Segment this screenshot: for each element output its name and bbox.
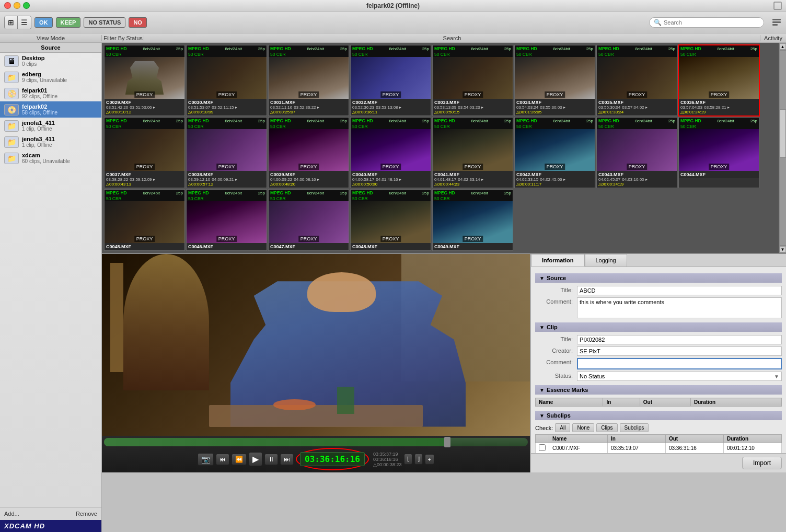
pause-button[interactable]: ⏸: [264, 454, 278, 465]
search-input[interactable]: [664, 19, 759, 26]
forward-to-end-button[interactable]: ⏭: [280, 454, 294, 465]
clip-thumb-c0044[interactable]: MPEG HD8ch/24bit25p 50 CBR PROXY C0044.M…: [678, 117, 759, 188]
clip-comment-field[interactable]: [577, 358, 782, 369]
clip-thumb-c0031[interactable]: MPEG HD8ch/24bit25p 50 CBR PROXY C0031.M…: [268, 45, 349, 116]
source-comment-field[interactable]: this is where you write comments: [577, 297, 782, 318]
remove-source-button[interactable]: Remove: [76, 511, 97, 517]
sidebar-item-sub: 92 clips, Offline: [22, 94, 57, 99]
play-button[interactable]: ▶: [249, 452, 262, 466]
subclips-section-header[interactable]: ▼ Subclips: [535, 411, 782, 420]
sidebar-item-name: felpark02: [22, 103, 57, 110]
subclip-check-input[interactable]: [539, 444, 546, 451]
list-view-button[interactable]: ☰: [18, 16, 31, 29]
clip-creator-label: Creator:: [535, 346, 577, 354]
filter-keep-button[interactable]: KEEP: [56, 17, 81, 28]
source-title-field[interactable]: ABCD: [577, 286, 782, 295]
filter-nostatus-button[interactable]: NO STATUS: [84, 17, 125, 28]
clip-thumb-c0047[interactable]: MPEG HD8ch/24bit25p 50 CBR PROXY C0047.M…: [268, 189, 349, 251]
desktop-icon: 🖥: [4, 55, 19, 67]
source-title-row: Title: ABCD: [535, 286, 782, 295]
video-frame: [102, 254, 530, 436]
subclip-checkbox-c0007[interactable]: [536, 443, 549, 454]
clip-thumb-c0035[interactable]: MPEG HD8ch/24bit25p 50 CBR PROXY C0035.M…: [596, 45, 677, 116]
activity-panel-toggle[interactable]: [771, 17, 782, 28]
clip-start: 03:51:42:20: [106, 105, 128, 110]
clip-grid-wrapper: MPEG HD 8ch/24bit 25p 50 CBR PROXY C0029…: [102, 43, 786, 253]
toolbar: ⊞ ☰ OK KEEP NO STATUS NO 🔍: [0, 11, 786, 33]
sidebar-item-edberg[interactable]: 📁 edberg 9 clips, Unavailable: [0, 69, 101, 85]
clip-section-header[interactable]: ▼ Clip: [535, 322, 782, 332]
rewind-to-start-button[interactable]: ⏮: [216, 454, 229, 465]
clip-status-select[interactable]: No Status ▼: [577, 372, 782, 381]
titlebar: felpark02 (Offline): [0, 0, 786, 11]
info-tabs: Information Logging: [531, 254, 786, 267]
sidebar-item-felpark01[interactable]: 📀 felpark01 92 clips, Offline: [0, 85, 101, 101]
resize-icon[interactable]: [773, 2, 782, 10]
window-controls[interactable]: [4, 2, 30, 9]
clip-title-field[interactable]: PIX02082: [577, 335, 782, 344]
mark-in-button[interactable]: ⌊: [404, 454, 412, 465]
sidebar-item-desktop[interactable]: 🖥 Desktop 0 clips: [0, 53, 101, 69]
source-section-header[interactable]: ▼ Source: [535, 273, 782, 283]
sidebar-item-jenofa3[interactable]: 📁 jenofa3_411 1 clip, Offline: [0, 134, 101, 150]
maximize-button[interactable]: [23, 2, 30, 9]
mark-out-button[interactable]: ⌋: [414, 454, 423, 465]
essence-marks-section-header[interactable]: ▼ Essence Marks: [535, 385, 782, 395]
clip-thumb-c0038[interactable]: MPEG HD8ch/24bit25p 50 CBR PROXY C0038.M…: [186, 117, 267, 188]
sidebar-item-text: jenofa3_411 1 clip, Offline: [22, 136, 55, 148]
grid-view-button[interactable]: ⊞: [5, 16, 18, 29]
clip-thumb-c0034[interactable]: MPEG HD8ch/24bit25p 50 CBR PROXY C0034.M…: [514, 45, 595, 116]
subclips-none-button[interactable]: None: [572, 423, 594, 432]
import-button[interactable]: Import: [742, 457, 782, 469]
grid-scrollbar[interactable]: ▲ ▼: [779, 43, 786, 253]
sidebar-item-xdcam[interactable]: 📁 xdcam 60 clips, Unavailable: [0, 150, 101, 166]
clip-thumb-c0029[interactable]: MPEG HD 8ch/24bit 25p 50 CBR PROXY C0029…: [104, 45, 185, 116]
sidebar-item-jenofa1[interactable]: 📁 jenofa1_411 1 clip, Offline: [0, 118, 101, 134]
tab-logging[interactable]: Logging: [585, 254, 627, 267]
xdcam-icon: 📁: [4, 153, 19, 164]
clip-thumb-c0042[interactable]: MPEG HD8ch/24bit25p 50 CBR PROXY C0042.M…: [514, 117, 595, 188]
rewind-button[interactable]: ⏪: [232, 454, 247, 465]
subclips-subclips-button[interactable]: Subclips: [620, 423, 649, 432]
clip-thumb-c0043[interactable]: MPEG HD8ch/24bit25p 50 CBR PROXY C0043.M…: [596, 117, 677, 188]
clip-thumb-c0046[interactable]: MPEG HD8ch/24bit25p 50 CBR PROXY C0046.M…: [186, 189, 267, 251]
clip-thumb-c0039[interactable]: MPEG HD8ch/24bit25p 50 CBR PROXY C0039.M…: [268, 117, 349, 188]
subclip-row-c0007[interactable]: C0007.MXF 03:35:19:07 03:36:31:16 00:01:…: [536, 443, 782, 454]
clip-creator-field[interactable]: SE PixT: [577, 346, 782, 356]
search-column-label: Search: [144, 35, 760, 41]
clip-times: 03:51:42:20 03:51:53:06 ▸: [106, 105, 183, 110]
subclips-all-button[interactable]: All: [555, 423, 570, 432]
sidebar-item-name: jenofa1_411: [22, 120, 55, 126]
close-button[interactable]: [4, 2, 11, 9]
add-subclip-button[interactable]: +: [425, 454, 434, 465]
tab-information[interactable]: Information: [531, 254, 585, 267]
column-labels: View Mode Filter By Status Search Activi…: [0, 33, 786, 43]
filter-ok-button[interactable]: OK: [34, 17, 53, 28]
clip-thumb-c0036[interactable]: MPEG HD8ch/24bit25p 50 CBR PROXY C0036.M…: [678, 45, 759, 116]
window-title: felpark02 (Offline): [366, 2, 420, 9]
clip-thumb-c0048[interactable]: MPEG HD8ch/24bit25p 50 CBR PROXY C0048.M…: [350, 189, 431, 251]
clip-comment-row: Comment:: [535, 358, 782, 369]
clip-thumb-c0041[interactable]: MPEG HD8ch/24bit25p 50 CBR PROXY C0041.M…: [432, 117, 513, 188]
scrubber-handle[interactable]: [444, 437, 450, 447]
scrubber-track[interactable]: [104, 438, 528, 446]
clip-thumb-c0032[interactable]: MPEG HD8ch/24bit25p 50 CBR PROXY C0032.M…: [350, 45, 431, 116]
filter-no-button[interactable]: NO: [129, 17, 147, 28]
sidebar-item-felpark02[interactable]: 📀 felpark02 58 clips, Offline: [0, 101, 101, 118]
subclips-clips-button[interactable]: Clips: [596, 423, 617, 432]
clip-section-title: Clip: [547, 324, 558, 330]
fps-label: 25p: [176, 47, 183, 51]
clip-thumb-c0037[interactable]: MPEG HD8ch/24bit25p 50 CBR PROXY C0037.M…: [104, 117, 185, 188]
clip-thumb-c0049[interactable]: MPEG HD8ch/24bit25p 50 CBR PROXY C0049.M…: [432, 189, 513, 251]
view-mode-group[interactable]: ⊞ ☰: [4, 16, 31, 29]
clip-thumb-c0045[interactable]: MPEG HD8ch/24bit25p 50 CBR PROXY C0045.M…: [104, 189, 185, 251]
clip-thumb-c0033[interactable]: MPEG HD8ch/24bit25p 50 CBR PROXY C0033.M…: [432, 45, 513, 116]
snapshot-button[interactable]: 📷: [198, 453, 214, 466]
minimize-button[interactable]: [14, 2, 20, 9]
clip-arrow-icon: ▼: [539, 325, 545, 330]
add-source-button[interactable]: Add...: [4, 511, 19, 517]
clip-thumb-c0040[interactable]: MPEG HD8ch/24bit25p 50 CBR PROXY C0040.M…: [350, 117, 431, 188]
svg-rect-0: [774, 2, 781, 9]
clip-grid[interactable]: MPEG HD 8ch/24bit 25p 50 CBR PROXY C0029…: [102, 43, 786, 253]
clip-thumb-c0030[interactable]: MPEG HD 8ch/24bit 25p 50 CBR PROXY C0030…: [186, 45, 267, 116]
